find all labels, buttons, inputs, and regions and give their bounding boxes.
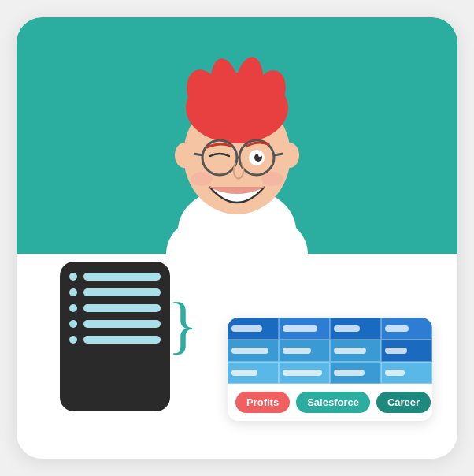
cell-bar — [231, 325, 262, 332]
list-item — [69, 288, 161, 296]
cell-bar — [385, 325, 409, 332]
svg-point-19 — [191, 172, 213, 186]
list-item — [69, 336, 161, 344]
table-cell — [381, 362, 432, 384]
table-grid — [228, 318, 432, 384]
table-cell — [330, 340, 381, 362]
cell-bar — [231, 348, 268, 354]
list-item — [69, 304, 161, 312]
cell-bar — [385, 370, 405, 376]
cell-bar — [385, 348, 407, 354]
curly-brace-icon: } — [168, 293, 198, 356]
list-dot — [69, 288, 77, 296]
salesforce-tag[interactable]: Salesforce — [296, 392, 370, 413]
cell-bar — [231, 370, 257, 376]
list-line — [83, 273, 161, 281]
list-dot — [69, 320, 77, 328]
svg-point-18 — [258, 154, 261, 157]
profits-tag[interactable]: Profits — [235, 392, 290, 413]
career-tag[interactable]: Career — [376, 392, 431, 413]
list-dot — [69, 336, 77, 344]
svg-line-15 — [274, 154, 283, 155]
list-dot — [69, 304, 77, 312]
svg-point-20 — [261, 172, 283, 186]
list-line — [83, 288, 161, 296]
list-dot — [69, 273, 77, 281]
table-cell — [228, 340, 279, 362]
cell-bar — [283, 370, 322, 376]
svg-line-14 — [194, 154, 202, 155]
cell-bar — [334, 348, 366, 354]
list-item — [69, 320, 161, 328]
main-card: } — [17, 17, 457, 459]
table-cell — [381, 340, 432, 362]
tags-row: Profits Salesforce Career — [228, 384, 432, 421]
table-cell — [279, 340, 330, 362]
table-card: Profits Salesforce Career — [228, 318, 432, 421]
cell-bar — [334, 370, 365, 376]
table-cell — [330, 362, 381, 384]
table-cell — [228, 318, 279, 340]
list-item — [69, 273, 161, 281]
table-cell — [228, 362, 279, 384]
phone-mockup — [60, 262, 170, 411]
list-line — [83, 304, 161, 312]
cell-bar — [283, 348, 311, 354]
svg-point-10 — [280, 143, 299, 168]
cell-bar — [334, 325, 360, 332]
list-line — [83, 320, 161, 328]
svg-point-9 — [175, 143, 194, 168]
table-cell — [279, 362, 330, 384]
table-cell — [381, 318, 432, 340]
character-illustration — [135, 17, 339, 262]
list-line — [83, 336, 161, 344]
table-cell — [279, 318, 330, 340]
table-cell — [330, 318, 381, 340]
cell-bar — [283, 325, 317, 332]
